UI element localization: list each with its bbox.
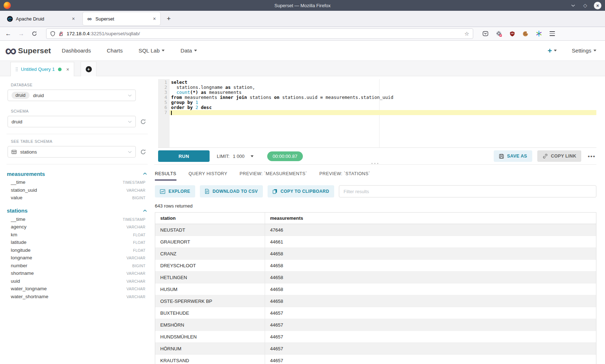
tab-close-icon[interactable]: × — [152, 16, 157, 22]
editor-code[interactable]: select stations.longname as station, cou… — [170, 79, 596, 147]
schema-column-row: numberBIGINT — [11, 263, 145, 271]
editor-line[interactable]: count(*) as measurements — [170, 90, 596, 95]
save-as-button[interactable]: SAVE AS — [494, 150, 532, 162]
drag-handle-icon[interactable] — [15, 67, 18, 72]
nav-dashboards[interactable]: Dashboards — [62, 47, 91, 54]
refresh-table-icon[interactable] — [140, 149, 146, 155]
schema-table-measurements[interactable]: measurements — [7, 169, 147, 178]
column-header-measurements[interactable]: measurements — [265, 213, 596, 224]
schema-table-stations[interactable]: stations — [7, 206, 147, 215]
window-maximize-icon[interactable]: ◇ — [582, 2, 589, 9]
new-tab-button[interactable]: + — [165, 15, 173, 23]
editor-line[interactable]: order by 2 desc — [170, 105, 596, 110]
window-close-icon[interactable]: × — [594, 2, 601, 9]
table-cell: 44657 — [265, 307, 596, 319]
browser-tab-superset[interactable]: ∞ Superset × — [83, 12, 160, 25]
table-cell: 44658 — [265, 295, 596, 307]
nav-sql-lab[interactable]: SQL Lab — [139, 47, 165, 54]
table-cell: GRAUERORT — [155, 236, 265, 248]
chevron-down-icon — [593, 50, 596, 51]
browser-navbar: ← → 172.18.0.4:32251/superset/sqllab/ ☆ … — [0, 27, 605, 41]
table-row: GRAUERORT44661 — [155, 236, 596, 248]
bookmark-star-icon[interactable]: ☆ — [465, 31, 469, 37]
column-header-station[interactable]: station — [155, 213, 265, 224]
editor-line[interactable]: from measurements inner join stations on… — [170, 95, 596, 100]
results-tabs: RESULTSQUERY HISTORYPREVIEW: `MEASUREMEN… — [155, 171, 596, 181]
infinity-logo-icon: ∞ — [5, 44, 16, 57]
pane-divider[interactable] — [154, 164, 596, 168]
table-cell: HETLINGEN — [155, 272, 265, 283]
lock-broken-icon[interactable] — [58, 31, 64, 37]
pocket-icon[interactable] — [483, 31, 488, 36]
add-query-tab[interactable]: + — [81, 62, 97, 76]
chart-icon — [160, 189, 165, 194]
chevron-up-icon[interactable] — [143, 209, 147, 212]
schema-column-row: longitudeFLOAT — [11, 247, 145, 255]
superset-favicon-icon: ∞ — [86, 16, 93, 22]
copy-clipboard-button[interactable]: COPY TO CLIPBOARD — [268, 185, 334, 197]
more-options-icon[interactable]: ••• — [588, 153, 596, 159]
database-select[interactable]: druid druid — [8, 90, 136, 101]
shield-icon[interactable] — [50, 31, 55, 37]
schema-column-row: longnameVARCHAR — [11, 255, 145, 263]
table-cell: 44658 — [265, 283, 596, 295]
schema-column-row: agencyVARCHAR — [11, 224, 145, 232]
download-csv-button[interactable]: DOWNLOAD TO CSV — [200, 185, 263, 197]
back-button[interactable]: ← — [3, 30, 14, 37]
editor-line[interactable]: select — [170, 80, 596, 85]
tab-results[interactable]: RESULTS — [155, 171, 176, 181]
editor-line[interactable]: group by 1 — [170, 100, 596, 105]
nav-charts[interactable]: Charts — [107, 47, 122, 54]
screen: Superset — Mozilla Firefox ◇ × Apache Dr… — [0, 0, 605, 364]
file-icon — [205, 189, 209, 194]
query-tab-close-icon[interactable]: × — [66, 67, 69, 72]
tab-preview-measurements[interactable]: PREVIEW: `MEASUREMENTS` — [239, 171, 307, 179]
superset-logo[interactable]: ∞ Superset — [5, 44, 51, 57]
schema-column-row: station_uuidVARCHAR — [11, 187, 145, 195]
filter-results-input[interactable] — [339, 185, 596, 197]
limit-label: LIMIT: — [217, 154, 229, 159]
cookie-icon[interactable] — [523, 31, 528, 37]
schema-column-row: water_shortnameVARCHAR — [11, 294, 145, 302]
extension-disabled-icon[interactable] — [496, 31, 502, 37]
nav-data[interactable]: Data — [180, 47, 197, 54]
tab-close-icon[interactable]: × — [71, 16, 76, 22]
ublock-icon[interactable]: UO — [510, 31, 515, 37]
save-icon — [499, 154, 504, 159]
schema-column-row: latitudeFLOAT — [11, 240, 145, 247]
menu-hamburger-icon[interactable] — [550, 31, 555, 36]
drag-handle-icon[interactable] — [371, 163, 380, 164]
chevron-up-icon[interactable] — [143, 172, 147, 175]
url-text[interactable]: 172.18.0.4:32251/superset/sqllab/ — [67, 31, 462, 36]
sql-editor[interactable]: 1234567 select stations.longname as stat… — [158, 79, 596, 148]
explore-button[interactable]: EXPLORE — [155, 185, 195, 197]
table-row: KRAUTSAND44657 — [155, 355, 596, 364]
tab-preview-stations[interactable]: PREVIEW: `STATIONS` — [319, 171, 370, 179]
editor-line[interactable] — [170, 110, 596, 115]
svg-text:UO: UO — [511, 32, 514, 35]
editor-line[interactable]: stations.longname as station, — [170, 85, 596, 90]
asterisk-extension-icon[interactable] — [536, 31, 542, 37]
results-table-body: NEUSTADT47646GRAUERORT44661CRANZ44658DRE… — [155, 224, 596, 364]
run-button[interactable]: RUN — [158, 150, 210, 162]
schema-label: SCHEMA — [11, 109, 151, 113]
new-item-button[interactable]: + — [548, 47, 557, 54]
table-cell: 44661 — [265, 236, 596, 248]
plus-circle-icon[interactable]: + — [86, 66, 92, 72]
url-bar[interactable]: 172.18.0.4:32251/superset/sqllab/ ☆ — [46, 28, 473, 39]
schema-select[interactable]: druid — [8, 116, 136, 127]
refresh-schema-icon[interactable] — [140, 119, 146, 125]
copy-link-button[interactable]: COPY LINK — [537, 150, 582, 162]
reload-button[interactable] — [29, 31, 40, 36]
table-row: HETLINGEN44658 — [155, 272, 596, 283]
settings-menu[interactable]: Settings — [572, 47, 596, 54]
tab-query-history[interactable]: QUERY HISTORY — [189, 171, 228, 179]
query-tab-untitled-query-1[interactable]: Untitled Query 1 × — [10, 62, 74, 76]
limit-control[interactable]: LIMIT: 1 000 — [217, 154, 254, 159]
browser-tab-apache-druid[interactable]: Apache Druid × — [3, 12, 79, 25]
table-select[interactable]: stations — [8, 146, 136, 158]
table-row: HÖRNUM44657 — [155, 343, 596, 355]
forward-button[interactable]: → — [16, 30, 27, 37]
clipboard-icon — [273, 189, 277, 194]
window-minimize-icon[interactable] — [569, 2, 577, 9]
